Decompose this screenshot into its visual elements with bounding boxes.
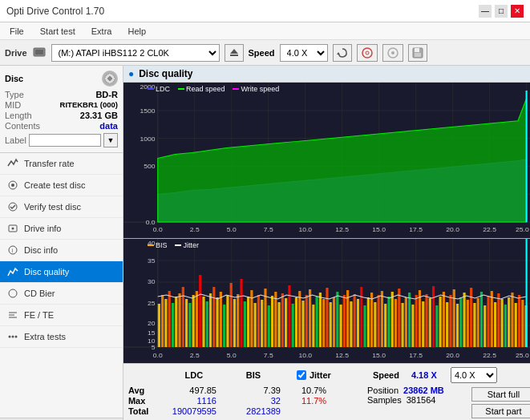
disc-button[interactable] [357,44,378,62]
svg-rect-119 [271,296,273,347]
svg-rect-187 [504,305,507,347]
svg-point-13 [11,184,14,187]
svg-text:10.0: 10.0 [298,352,312,359]
svg-text:17.5: 17.5 [409,226,423,233]
svg-text:2.5: 2.5 [190,226,200,233]
disc-length-value: 23.31 GB [80,111,118,120]
nav-label-cd-bier: CD Bier [24,289,55,298]
stats-max-jitter: 11.7% [289,396,361,406]
disc-label-input[interactable] [29,134,101,147]
eject-button[interactable] [225,44,244,62]
svg-rect-114 [253,303,256,347]
stats-jitter-header: Jitter [310,370,370,380]
svg-rect-163 [422,301,424,347]
svg-text:5: 5 [152,344,156,351]
speed-select[interactable]: 4.0 X [280,44,328,62]
disc-quality-icon [6,265,19,278]
minimize-button[interactable]: — [479,5,492,18]
close-button[interactable]: ✕ [511,5,524,18]
svg-rect-94 [185,299,188,347]
svg-point-5 [362,48,372,58]
svg-rect-170 [446,302,448,347]
menu-file[interactable]: File [6,26,27,37]
svg-rect-156 [398,289,400,347]
legend-ldc: LDC [148,85,170,93]
legend-jitter: Jitter [175,241,199,249]
chart-header: ● Disc quality [123,66,530,83]
sidebar-item-transfer-rate[interactable]: Transfer rate [0,153,123,175]
svg-rect-184 [494,302,496,347]
disc-thumbnail [102,71,118,87]
sidebar-item-verify-test-disc[interactable]: Verify test disc [0,196,123,218]
svg-text:22.5: 22.5 [483,226,496,233]
svg-rect-179 [477,298,479,347]
svg-rect-118 [268,305,270,347]
svg-rect-161 [415,295,418,347]
svg-point-8 [391,51,394,55]
svg-rect-126 [295,297,297,347]
svg-rect-185 [497,293,500,347]
svg-rect-154 [391,292,394,347]
svg-rect-10 [415,48,419,52]
toolbar: Drive (M:) ATAPI iHBS112 2 CL0K Speed 4.… [0,40,530,66]
drive-select[interactable]: (M:) ATAPI iHBS112 2 CL0K [51,44,220,62]
svg-rect-128 [301,301,304,347]
disc-label-button[interactable]: ▼ [103,133,118,147]
svg-rect-147 [367,297,370,347]
svg-rect-1 [35,50,43,55]
svg-rect-138 [336,292,338,347]
chart-title: Disc quality [139,68,192,79]
svg-rect-125 [292,304,294,347]
disc-mid-label: MID [5,100,21,110]
create-test-disc-icon [6,179,19,192]
menu-start-test[interactable]: Start test [37,26,79,37]
sidebar-item-disc-info[interactable]: i Disc info [0,240,123,261]
extra-tests-icon [6,330,19,343]
sidebar-item-fe-te[interactable]: FE / TE [0,305,123,326]
svg-rect-166 [432,286,435,347]
svg-rect-191 [518,295,520,347]
svg-rect-190 [515,303,517,347]
svg-text:17.5: 17.5 [409,352,423,359]
stats-row-max: Max 1116 32 11.7% [128,396,361,406]
svg-text:22.5: 22.5 [483,352,496,359]
sidebar-item-create-test-disc[interactable]: Create test disc [0,175,123,196]
sidebar-item-drive-info[interactable]: Drive info [0,218,123,240]
svg-point-16 [12,228,14,230]
sidebar-item-cd-bier[interactable]: CD Bier [0,283,123,305]
svg-rect-112 [247,297,249,347]
svg-rect-145 [360,287,362,347]
maximize-button[interactable]: □ [495,5,508,18]
svg-rect-103 [216,297,218,347]
svg-rect-3 [230,55,238,56]
start-part-button[interactable]: Start part [471,404,530,418]
stats-avg-jitter: 10.7% [289,386,361,395]
stats-speed-select[interactable]: 4.0 X [451,367,497,383]
svg-text:5.0: 5.0 [227,352,237,359]
svg-text:20: 20 [148,320,156,327]
drive-icon [32,45,47,59]
disc-length-label: Length [5,111,32,120]
disc-type-value: BD-R [95,90,118,99]
refresh-button[interactable] [333,44,352,62]
svg-text:35: 35 [148,257,156,265]
menu-help[interactable]: Help [124,26,149,37]
svg-text:15: 15 [148,329,156,337]
svg-text:1500: 1500 [140,107,155,115]
sidebar-item-disc-quality[interactable]: Disc quality [0,261,123,283]
write-button[interactable] [382,44,403,62]
svg-rect-137 [333,297,335,347]
svg-rect-158 [405,297,407,347]
svg-rect-159 [408,293,411,347]
start-full-button[interactable]: Start full [471,387,530,402]
save-button[interactable] [408,44,427,62]
menu-extra[interactable]: Extra [88,26,115,37]
svg-rect-104 [220,292,222,347]
svg-rect-168 [439,297,441,347]
svg-rect-107 [230,283,233,347]
disc-contents-label: Contents [5,121,40,131]
svg-rect-148 [370,293,373,347]
stats-row-avg: Avg 497.85 7.39 10.7% [128,386,361,395]
sidebar-item-extra-tests[interactable]: Extra tests [0,326,123,348]
jitter-checkbox[interactable] [297,370,306,380]
